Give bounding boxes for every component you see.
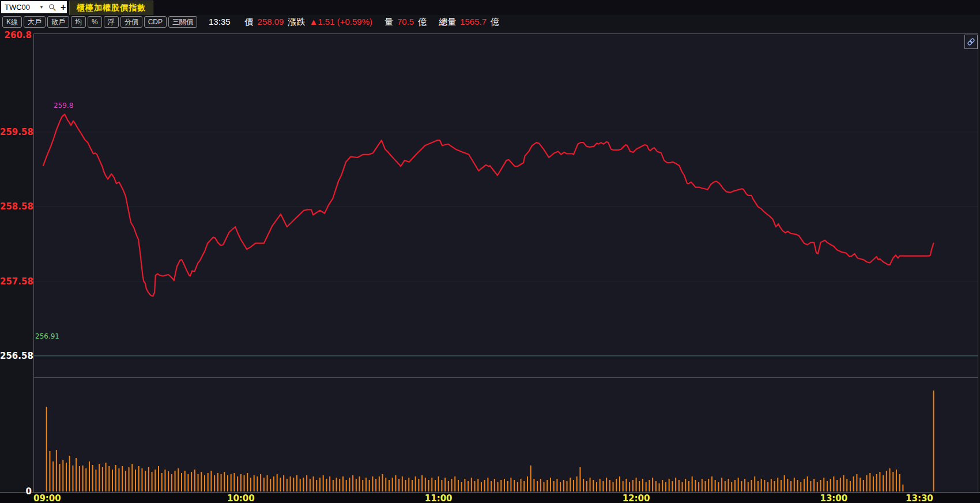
toolbar-button-7[interactable]: 分價 [120,16,142,28]
time-axis-strip [0,493,980,503]
volume-value: 70.5 [397,17,414,27]
toolbar-button-1[interactable]: K線 [2,16,22,28]
toolbar-button-3[interactable]: 散戶 [47,16,69,28]
price-label: 價 [245,17,254,28]
toolbar-button-9[interactable]: 三關價 [168,16,197,28]
change-label: 漲跌 [288,17,305,28]
total-volume-unit: 億 [491,17,499,28]
toolbar-button-8[interactable]: CDP [144,16,167,28]
total-volume-value: 1565.7 [460,17,487,27]
tab-index-name[interactable]: 櫃檯加權股價指數 [69,1,153,15]
symbol-combo[interactable]: TWC00 ▼ + [1,1,67,13]
quote-bar: 13:35價258.09漲跌▲1.51 (+0.59%)量70.5億總量1565… [209,17,503,28]
chart-canvas[interactable] [0,0,980,503]
toolbar-buttons: K線大戶散戶均%浮分價CDP三關價 [0,16,197,28]
change-value: ▲1.51 (+0.59%) [309,17,372,27]
volume-label: 量 [385,17,393,28]
toolbar-button-4[interactable]: 均 [71,16,86,28]
top-bar: TWC00 ▼ + 櫃檯加權股價指數 [0,0,980,15]
link-icon [967,37,975,46]
toolbar: K線大戶散戶均%浮分價CDP三關價 13:35價258.09漲跌▲1.51 (+… [0,15,980,29]
chevron-down-icon[interactable]: ▼ [39,5,44,10]
search-icon[interactable] [48,3,56,12]
toolbar-button-6[interactable]: 浮 [104,16,119,28]
total-volume-label: 總量 [439,17,456,28]
symbol-input[interactable]: TWC00 [3,3,30,12]
price-value: 258.09 [258,17,284,27]
tab-title: 櫃檯加權股價指數 [77,3,146,13]
volume-unit: 億 [418,17,427,28]
toolbar-button-5[interactable]: % [88,16,102,28]
quote-time: 13:35 [209,17,231,27]
toolbar-button-2[interactable]: 大戶 [24,16,46,28]
add-symbol-button[interactable]: + [61,3,66,12]
chart-background [34,34,978,493]
link-button[interactable] [964,35,978,49]
